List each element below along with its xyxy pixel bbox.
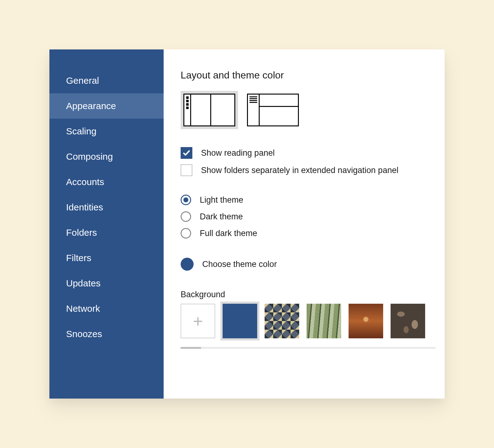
sidebar-item-folders[interactable]: Folders <box>49 220 164 245</box>
checkbox-label: Show folders separately in extended navi… <box>201 166 398 175</box>
layout-thumbnail-icon <box>183 94 235 126</box>
sidebar-item-label: Scaling <box>66 126 96 136</box>
sidebar-item-filters[interactable]: Filters <box>49 245 164 271</box>
scrollbar-thumb[interactable] <box>181 347 201 349</box>
radio-full-dark-theme: Full dark theme <box>181 228 441 239</box>
checkbox-show-reading-panel: Show reading panel <box>181 147 441 159</box>
layout-option-split-row[interactable] <box>244 91 302 129</box>
sidebar-item-appearance[interactable]: Appearance <box>49 93 164 119</box>
sidebar-item-updates[interactable]: Updates <box>49 271 164 296</box>
theme-radio-group: Light theme Dark theme Full dark theme <box>181 195 441 245</box>
sidebar-item-scaling[interactable]: Scaling <box>49 119 164 144</box>
settings-main: Layout and theme color Show reading <box>164 49 445 399</box>
sidebar-item-label: Updates <box>66 278 101 288</box>
background-title: Background <box>181 290 441 299</box>
sidebar-item-label: Appearance <box>66 101 116 111</box>
radio-light-theme: Light theme <box>181 195 441 205</box>
sidebar-item-label: General <box>66 75 99 86</box>
sidebar-item-accounts[interactable]: Accounts <box>49 169 164 195</box>
theme-color-label: Choose theme color <box>202 260 277 269</box>
checkbox-input[interactable] <box>181 164 192 176</box>
sidebar-item-general[interactable]: General <box>49 68 164 93</box>
checkbox-show-folders-separately: Show folders separately in extended navi… <box>181 164 441 176</box>
sidebar-item-network[interactable]: Network <box>49 296 164 321</box>
sidebar-item-composing[interactable]: Composing <box>49 144 164 169</box>
sidebar-item-label: Identities <box>66 202 103 212</box>
check-icon <box>182 149 190 157</box>
choose-theme-color: Choose theme color <box>181 258 441 271</box>
radio-input[interactable] <box>181 211 191 222</box>
section-title: Layout and theme color <box>181 70 441 81</box>
sidebar-item-label: Composing <box>66 151 113 162</box>
background-row: + <box>181 304 441 338</box>
radio-dark-theme: Dark theme <box>181 211 441 222</box>
background-add-button[interactable]: + <box>181 304 215 338</box>
sidebar-item-label: Network <box>66 303 100 314</box>
background-option-image-3[interactable] <box>349 304 383 338</box>
theme-color-swatch[interactable] <box>181 258 194 271</box>
layout-option-three-column[interactable] <box>181 91 238 129</box>
sidebar-item-label: Folders <box>66 227 97 238</box>
background-option-solid[interactable] <box>223 304 257 338</box>
radio-label: Light theme <box>200 195 243 205</box>
sidebar-item-label: Snoozes <box>66 329 102 339</box>
sidebar-item-label: Accounts <box>66 177 104 187</box>
background-section: Background + <box>181 290 441 349</box>
settings-window: General Appearance Scaling Composing Acc… <box>49 49 445 399</box>
radio-label: Full dark theme <box>200 229 257 238</box>
sidebar-item-label: Filters <box>66 253 91 263</box>
background-scrollbar[interactable] <box>181 347 436 349</box>
radio-label: Dark theme <box>200 212 243 222</box>
background-option-image-1[interactable] <box>265 304 299 338</box>
layout-thumbnail-icon <box>247 94 299 126</box>
layout-options <box>181 91 441 129</box>
background-option-image-2[interactable] <box>307 304 341 338</box>
plus-icon: + <box>193 311 203 331</box>
sidebar-item-snoozes[interactable]: Snoozes <box>49 321 164 347</box>
checkbox-input[interactable] <box>181 147 192 159</box>
radio-input[interactable] <box>181 195 191 205</box>
checkbox-label: Show reading panel <box>201 148 275 158</box>
sidebar-item-identities[interactable]: Identities <box>49 195 164 220</box>
radio-input[interactable] <box>181 228 191 239</box>
background-option-image-4[interactable] <box>391 304 425 338</box>
settings-sidebar: General Appearance Scaling Composing Acc… <box>49 49 164 399</box>
